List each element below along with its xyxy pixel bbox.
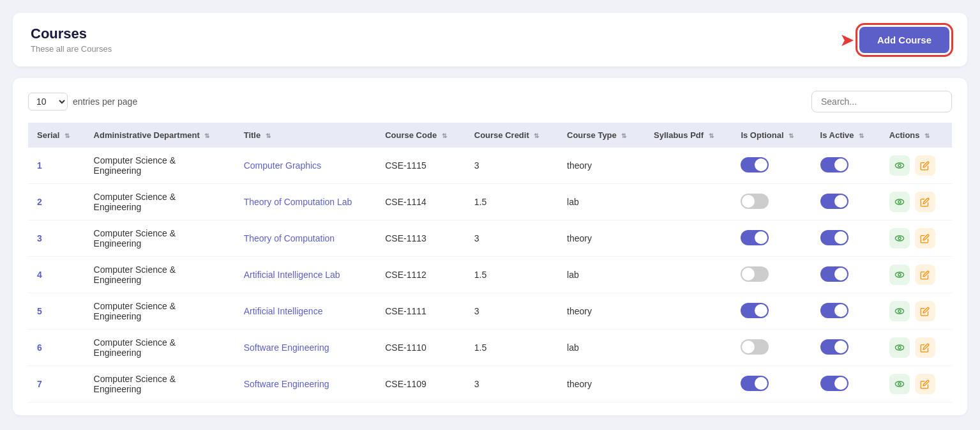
sort-icon: ⇅ (534, 132, 539, 139)
cell-is-active (811, 148, 880, 184)
is-optional-toggle[interactable] (741, 266, 769, 282)
cell-syllabus-pdf (645, 366, 732, 403)
col-course-type: Course Type ⇅ (558, 123, 645, 148)
cell-serial: 1 (28, 148, 85, 184)
is-active-toggle[interactable] (820, 266, 848, 282)
is-active-toggle[interactable] (820, 339, 848, 355)
cell-syllabus-pdf (645, 148, 732, 184)
cell-is-active (811, 257, 880, 293)
cell-course-type: lab (558, 184, 645, 220)
cell-is-optional (732, 220, 811, 257)
col-serial: Serial ⇅ (28, 123, 85, 148)
edit-icon (920, 380, 930, 389)
cell-syllabus-pdf (645, 330, 732, 366)
entries-label: entries per page (73, 96, 137, 107)
cell-syllabus-pdf (645, 257, 732, 293)
actions-cell (889, 301, 943, 321)
edit-icon (920, 234, 930, 243)
entries-per-page-select[interactable]: 10 25 50 100 (28, 93, 68, 111)
course-title-link[interactable]: Software Engineering (244, 379, 329, 389)
view-button[interactable] (889, 301, 910, 321)
edit-icon (920, 197, 930, 207)
edit-icon (920, 343, 930, 353)
svg-point-2 (895, 199, 903, 204)
view-button[interactable] (889, 374, 910, 394)
svg-point-10 (895, 345, 903, 350)
is-optional-toggle[interactable] (741, 194, 769, 209)
is-active-toggle[interactable] (820, 157, 848, 173)
serial-number: 1 (37, 160, 42, 171)
course-title-link[interactable]: Theory of Computation Lab (244, 197, 352, 207)
edit-icon (920, 161, 930, 171)
cell-syllabus-pdf (645, 220, 732, 257)
search-input[interactable] (811, 91, 952, 112)
header-actions: ➤ Add Course (840, 27, 949, 53)
table-row: 3 Computer Science & Engineering Theory … (28, 220, 952, 257)
cell-course-code: CSE-1113 (376, 220, 465, 257)
edit-button[interactable] (915, 192, 935, 212)
is-active-toggle[interactable] (820, 376, 848, 391)
sort-icon: ⇅ (266, 132, 271, 139)
course-title-link[interactable]: Theory of Computation (244, 233, 335, 243)
edit-button[interactable] (915, 265, 935, 285)
view-button[interactable] (889, 265, 910, 285)
cell-course-type: lab (558, 330, 645, 366)
edit-button[interactable] (915, 228, 935, 249)
eye-icon (894, 160, 905, 171)
table-row: 7 Computer Science & Engineering Softwar… (28, 366, 952, 403)
eye-icon (894, 379, 905, 389)
cell-admin-dept: Computer Science & Engineering (85, 257, 235, 293)
course-title-link[interactable]: Artificial Intelligence Lab (244, 270, 340, 280)
svg-point-9 (898, 310, 901, 312)
cell-actions (880, 257, 952, 293)
serial-number: 2 (37, 197, 42, 207)
sort-icon: ⇅ (64, 132, 70, 139)
edit-button[interactable] (915, 337, 935, 358)
course-title-link[interactable]: Software Engineering (244, 342, 329, 353)
cell-is-optional (732, 293, 811, 330)
is-optional-toggle[interactable] (741, 157, 769, 173)
svg-point-8 (895, 309, 903, 314)
edit-button[interactable] (915, 374, 935, 394)
view-button[interactable] (889, 337, 910, 358)
cell-course-code: CSE-1115 (376, 148, 465, 184)
cell-course-credit: 1.5 (465, 184, 558, 220)
is-optional-toggle[interactable] (741, 339, 769, 355)
table-row: 6 Computer Science & Engineering Softwar… (28, 330, 952, 366)
table-row: 1 Computer Science & Engineering Compute… (28, 148, 952, 184)
cell-serial: 6 (28, 330, 85, 366)
is-active-toggle[interactable] (820, 303, 848, 318)
is-active-toggle[interactable] (820, 194, 848, 209)
is-optional-toggle[interactable] (741, 376, 769, 391)
view-button[interactable] (889, 192, 910, 212)
cell-is-optional (732, 184, 811, 220)
svg-point-12 (895, 381, 903, 387)
cell-admin-dept: Computer Science & Engineering (85, 366, 235, 403)
header-text: Courses These all are Courses (31, 26, 112, 54)
is-active-toggle[interactable] (820, 230, 848, 245)
sort-icon: ⇅ (442, 132, 447, 139)
view-button[interactable] (889, 155, 910, 176)
edit-button[interactable] (915, 301, 935, 321)
sort-icon: ⇅ (859, 132, 864, 139)
sort-icon: ⇅ (788, 132, 794, 139)
cell-is-active (811, 330, 880, 366)
is-optional-toggle[interactable] (741, 303, 769, 318)
edit-button[interactable] (915, 155, 935, 176)
cell-course-credit: 1.5 (465, 257, 558, 293)
cell-course-type: theory (558, 220, 645, 257)
cell-course-code: CSE-1114 (376, 184, 465, 220)
svg-point-1 (898, 164, 901, 167)
cell-admin-dept: Computer Science & Engineering (85, 293, 235, 330)
is-optional-toggle[interactable] (741, 230, 769, 245)
view-button[interactable] (889, 228, 910, 249)
cell-actions (880, 366, 952, 403)
cell-serial: 5 (28, 293, 85, 330)
svg-point-5 (898, 237, 901, 240)
serial-number: 4 (37, 270, 42, 280)
actions-cell (889, 374, 943, 394)
add-course-button[interactable]: Add Course (859, 27, 949, 53)
course-title-link[interactable]: Computer Graphics (244, 160, 321, 171)
course-title-link[interactable]: Artificial Intelligence (244, 306, 323, 316)
cell-title: Artificial Intelligence (235, 293, 377, 330)
